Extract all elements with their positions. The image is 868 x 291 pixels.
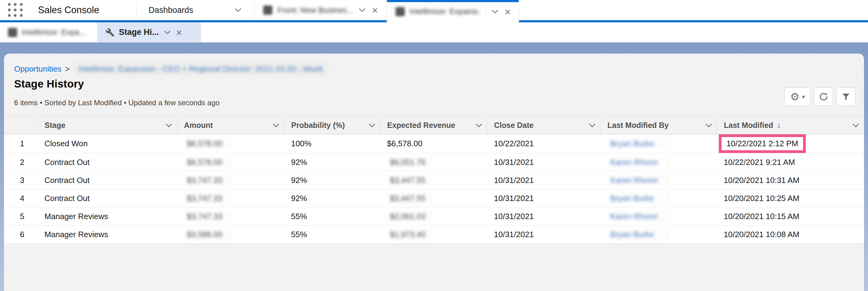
- chevron-down-icon[interactable]: [491, 8, 499, 15]
- stage-history-panel: Opportunities > Intellimize: Expansion -…: [4, 53, 864, 291]
- row-number: 1: [4, 134, 38, 153]
- record-icon: [396, 7, 405, 16]
- cell-probability: 92%: [284, 189, 380, 208]
- cell-amount: $3,747.33: [177, 208, 284, 225]
- cell-close-date: 10/31/2021: [487, 171, 600, 189]
- workspace-tabs: Front: New Busines...×Intellimize: Expan…: [255, 0, 519, 22]
- row-number: 2: [4, 153, 38, 171]
- cell-last-modified-by: Karen Rhorer: [600, 153, 717, 171]
- cell-amount: $3,747.33: [177, 189, 284, 208]
- cell-close-date: 10/22/2021: [487, 134, 600, 153]
- cell-probability: 55%: [284, 208, 380, 225]
- modified-by-link[interactable]: Karen Rhorer: [607, 174, 669, 187]
- column-header[interactable]: Last Modified By: [600, 117, 717, 134]
- wrench-icon: [105, 28, 115, 37]
- app-launcher-icon[interactable]: [8, 3, 24, 18]
- cell-expected-revenue: $6,051.76: [380, 153, 487, 171]
- close-icon[interactable]: ×: [371, 5, 378, 15]
- cell-last-modified: 10/20/2021 10:08 AM: [717, 225, 864, 244]
- row-number: 4: [4, 189, 38, 208]
- cell-stage: Contract Out: [38, 153, 177, 171]
- cell-stage: Contract Out: [38, 171, 177, 189]
- subtab-label: Intellimize: Expa...: [22, 28, 86, 37]
- chevron-down-icon[interactable]: [165, 121, 173, 130]
- cell-stage: Contract Out: [38, 189, 177, 208]
- column-header[interactable]: Expected Revenue: [380, 117, 487, 134]
- sort-descending-icon: ↓: [777, 120, 781, 130]
- chevron-down-icon[interactable]: [234, 6, 242, 14]
- column-header[interactable]: Probability (%): [284, 117, 380, 134]
- cell-expected-revenue: $3,447.55: [380, 189, 487, 208]
- cell-close-date: 10/31/2021: [487, 208, 600, 225]
- tab-label: Intellimize: Expansi...: [410, 7, 481, 16]
- workspace-tab[interactable]: Front: New Busines...×: [255, 0, 387, 22]
- cell-last-modified: 10/20/2021 10:31 AM: [717, 171, 864, 189]
- gear-icon: ⚙: [790, 92, 799, 102]
- chevron-down-icon[interactable]: [705, 121, 713, 130]
- workspace-tab[interactable]: Intellimize: Expansi...×: [387, 0, 519, 25]
- cell-last-modified-by: Bryan Burke: [600, 225, 717, 244]
- chevron-down-icon[interactable]: [358, 6, 366, 14]
- chevron-down-icon[interactable]: [272, 121, 280, 130]
- cell-expected-revenue: $2,061.03: [380, 208, 487, 225]
- table-row: 5 Manager Reviews $3,747.33 55% $2,061.0…: [4, 208, 864, 225]
- filter-icon: [841, 92, 850, 101]
- column-header[interactable]: Amount: [177, 117, 284, 134]
- row-number: 6: [4, 225, 38, 244]
- table-row: 6 Manager Reviews $3,588.00 55% $1,973.4…: [4, 225, 864, 244]
- close-icon[interactable]: ×: [504, 6, 512, 17]
- chevron-down-icon[interactable]: [475, 121, 483, 130]
- cell-stage: Manager Reviews: [38, 225, 177, 244]
- cell-last-modified-by: Karen Rhorer: [600, 208, 717, 225]
- modified-by-link[interactable]: Bryan Burke: [607, 137, 669, 150]
- cell-last-modified-highlighted: 10/22/2021 2:12 PM: [717, 134, 864, 153]
- cell-close-date: 10/31/2021: [487, 225, 600, 244]
- breadcrumb-record-link[interactable]: Intellimize: Expansion - CEO + Regional …: [73, 63, 328, 75]
- column-header[interactable]: Last Modified↓: [717, 117, 864, 134]
- chevron-down-icon[interactable]: [852, 121, 860, 130]
- cell-stage: Closed Won: [38, 134, 177, 153]
- breadcrumb-separator: >: [65, 64, 70, 74]
- table-row: 4 Contract Out $3,747.33 92% $3,447.55 1…: [4, 189, 864, 208]
- modified-by-link[interactable]: Karen Rhorer: [607, 156, 669, 169]
- breadcrumb-opportunities-link[interactable]: Opportunities: [14, 64, 62, 74]
- column-header[interactable]: Stage: [38, 117, 177, 134]
- cell-close-date: 10/31/2021: [487, 153, 600, 171]
- record-icon: [263, 5, 272, 15]
- chevron-down-icon[interactable]: [163, 29, 171, 36]
- chevron-down-icon[interactable]: [368, 121, 376, 130]
- tab-label: Front: New Busines...: [277, 5, 353, 15]
- table-header-row: StageAmountProbability (%)Expected Reven…: [4, 117, 864, 134]
- cell-last-modified-by: Bryan Burke: [600, 134, 717, 153]
- console-work-area: Opportunities > Intellimize: Expansion -…: [0, 42, 868, 291]
- global-navigation-bar: Sales Console Dashboards Front: New Busi…: [0, 0, 868, 22]
- modified-by-link[interactable]: Bryan Burke: [607, 192, 669, 205]
- cell-last-modified-by: Karen Rhorer: [600, 171, 717, 189]
- cell-expected-revenue: $1,973.40: [380, 225, 487, 244]
- stage-history-table: StageAmountProbability (%)Expected Reven…: [4, 116, 864, 244]
- subtab-label: Stage Hi...: [119, 28, 159, 37]
- subtab-active[interactable]: Stage Hi...×: [97, 22, 201, 42]
- chevron-down-icon[interactable]: [588, 121, 596, 130]
- nav-item-dashboards[interactable]: Dashboards: [136, 0, 254, 22]
- app-name: Sales Console: [30, 0, 136, 22]
- close-icon[interactable]: ×: [176, 27, 183, 38]
- cell-amount: $6,578.00: [177, 153, 284, 171]
- modified-by-link[interactable]: Karen Rhorer: [607, 210, 669, 223]
- cell-expected-revenue: $3,447.55: [380, 171, 487, 189]
- settings-button[interactable]: ⚙ ▾: [784, 87, 811, 106]
- subtab-record[interactable]: Intellimize: Expa...: [0, 22, 97, 42]
- cell-amount: $3,588.00: [177, 225, 284, 244]
- list-status-text: 6 items • Sorted by Last Modified • Upda…: [14, 99, 328, 109]
- cell-amount: $3,747.33: [177, 171, 284, 189]
- breadcrumb: Opportunities > Intellimize: Expansion -…: [14, 63, 328, 75]
- cell-close-date: 10/31/2021: [487, 189, 600, 208]
- cell-last-modified: 10/22/2021 9:21 AM: [717, 153, 864, 171]
- filter-button[interactable]: [836, 87, 856, 106]
- page-title: Stage History: [14, 78, 328, 90]
- cell-probability: 92%: [284, 171, 380, 189]
- refresh-button[interactable]: [814, 87, 833, 106]
- nav-item-label: Dashboards: [149, 5, 193, 15]
- modified-by-link[interactable]: Bryan Burke: [607, 228, 669, 241]
- column-header[interactable]: Close Date: [487, 117, 600, 134]
